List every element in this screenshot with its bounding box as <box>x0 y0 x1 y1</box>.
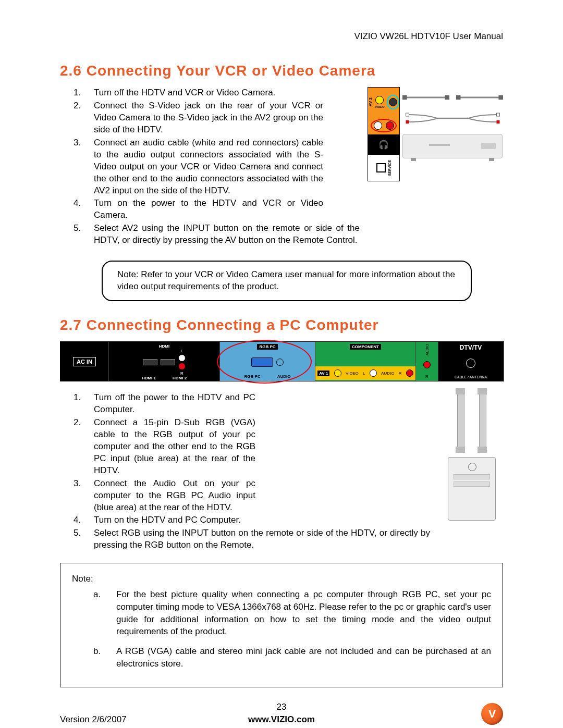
av1-l-label: L <box>363 371 365 376</box>
av2-label: AV 2 <box>368 97 373 106</box>
panel-rgb-pc: RGB PC RGB PC AUDIO <box>220 342 315 381</box>
pc-tower-icon <box>448 457 496 521</box>
side-connection-diagram: AV 2 VIDEO <box>368 87 503 248</box>
vcr-step-1: Turn off the HDTV and VCR or Video Camer… <box>83 87 360 99</box>
pc-note-list: For the best picture quality when connec… <box>72 588 491 670</box>
pc-step-5: Select RGB using the INPUT button on the… <box>83 527 430 551</box>
footer-url: www.VIZIO.com <box>248 714 315 725</box>
dtv-sub-label: CABLE / ANTENNA <box>455 375 487 379</box>
av1-r-label: R <box>399 371 402 376</box>
vcr-step-3: Connect an audio cable (white and red co… <box>83 137 323 197</box>
footer-version: Version 2/6/2007 <box>60 714 127 725</box>
svg-rect-2 <box>445 95 449 100</box>
pc-step-4: Turn on the HDTV and PC Computer. <box>83 514 255 526</box>
dtv-label: DTV/TV <box>442 344 500 351</box>
footer-page-number: 23 <box>248 702 315 712</box>
pc-content-block: Turn off the power to the HDTV and PC Co… <box>60 392 503 552</box>
pc-steps-text: Turn off the power to the HDTV and PC Co… <box>60 392 430 552</box>
av1-video-label: VIDEO <box>346 371 359 376</box>
panel-component: COMPONENT Y Pb/Cb Pr/Cr L AV 1 VIDEO L A… <box>315 342 416 381</box>
vcr-steps-text: Turn off the HDTV and VCR or Video Camer… <box>60 87 360 248</box>
panel-hdmi: HDMI L R HDMI 1 HDMI 2 <box>109 342 220 381</box>
pc-note-a: For the best picture quality when connec… <box>103 588 491 638</box>
av1-r-port <box>406 369 413 377</box>
audio-cable-split <box>402 108 503 129</box>
comp-r-port <box>423 361 431 368</box>
ac-in-label: AC IN <box>73 357 96 366</box>
vcr-note-box: Note: Refer to your VCR or Video Camera … <box>102 261 472 301</box>
pc-steps-list: Turn off the power to the HDTV and PC Co… <box>60 392 430 551</box>
svg-rect-6 <box>406 113 409 116</box>
pc-note-b: A RGB (VGA) cable and stereo mini jack c… <box>103 645 491 670</box>
video-port <box>375 96 384 104</box>
svg-rect-5 <box>498 95 503 100</box>
hdmi-audio-l: L <box>181 349 183 353</box>
vga-cable-icon <box>457 394 464 447</box>
rear-panel-diagram: AC IN HDMI L R HDMI 1 HDMI 2 <box>60 341 504 381</box>
panel-dtv: DTV/TV CABLE / ANTENNA <box>438 342 504 381</box>
panel-av1: AV 1 VIDEO L AUDIO R <box>315 366 415 380</box>
vcr-content-block: Turn off the HDTV and VCR or Video Camer… <box>60 87 503 248</box>
manual-page: VIZIO VW26L HDTV10F User Manual 2.6 Conn… <box>0 0 563 728</box>
audio-highlight-ring <box>371 119 397 132</box>
hdmi2-port <box>161 359 175 365</box>
pc-step-1: Turn off the power to the HDTV and PC Co… <box>83 392 255 416</box>
panel-ac-in: AC IN <box>60 342 109 381</box>
service-port <box>376 163 386 172</box>
svideo-port <box>389 98 397 106</box>
vcr-device-icon <box>402 134 503 158</box>
audio-cable-icon <box>479 394 486 447</box>
side-ports-strip: AV 2 VIDEO <box>368 87 400 181</box>
antenna-port <box>466 359 475 368</box>
hdmi1-port <box>143 359 157 365</box>
comp-audio-label: AUDIO <box>425 344 429 355</box>
svg-rect-1 <box>402 95 407 100</box>
vcr-step-4: Turn on the power to the HDTV and VCR or… <box>83 198 323 221</box>
svg-rect-10 <box>497 120 500 124</box>
svideo-highlight-ring <box>387 95 399 109</box>
vcr-steps-list: Turn off the HDTV and VCR or Video Camer… <box>60 87 360 246</box>
component-top-label: COMPONENT <box>350 344 381 350</box>
pc-step-3: Connect the Audio Out on your pc compute… <box>83 478 255 514</box>
vcr-step-2: Connect the S-Video jack on the rear of … <box>83 100 323 136</box>
pc-step-2: Connect a 15-pin D-Sub RGB (VGA) cable t… <box>83 417 255 477</box>
service-label: SERVICE <box>388 160 391 176</box>
hdmi-top-label: HDMI <box>112 344 216 349</box>
pc-note-intro: Note: <box>72 573 491 585</box>
pc-note-box: Note: For the best picture quality when … <box>60 563 503 687</box>
svg-rect-9 <box>497 113 500 116</box>
svg-rect-4 <box>456 95 461 100</box>
cables-and-device <box>402 87 503 181</box>
headphone-icon: 🎧 <box>378 140 389 150</box>
hdmi-r-port <box>178 363 186 370</box>
footer-center: 23 www.VIZIO.com <box>248 702 315 725</box>
audio-l-port <box>374 121 382 130</box>
page-footer: Version 2/6/2007 23 www.VIZIO.com V <box>60 703 503 725</box>
av1-label: AV 1 <box>317 371 329 376</box>
section-2-7-heading: 2.7 Connecting Connecting a PC Computer <box>60 317 503 334</box>
svg-rect-7 <box>406 120 409 124</box>
logo-letter: V <box>488 707 496 721</box>
av1-audio-label: AUDIO <box>381 371 394 376</box>
svideo-cable <box>402 87 503 108</box>
av1-l-port <box>370 369 377 377</box>
hdmi2-label: HDMI 2 <box>173 376 187 380</box>
pc-connection-diagram <box>440 392 503 552</box>
video-label: VIDEO <box>375 105 385 108</box>
vizio-logo-icon: V <box>481 703 503 725</box>
panel-component-audio-r: AUDIO R <box>416 342 438 381</box>
hdmi-l-port <box>178 354 186 362</box>
hdmi-audio-r: R <box>180 371 183 376</box>
rgb-highlight-oval <box>217 340 312 384</box>
hdmi1-label: HDMI 1 <box>142 376 156 380</box>
vcr-step-5: Select AV2 using the INPUT button on the… <box>83 223 360 246</box>
comp-r-label: R <box>425 374 429 379</box>
av1-video-port <box>334 369 341 377</box>
header-title: VIZIO VW26L HDTV10F User Manual <box>60 31 503 42</box>
audio-r-port <box>386 121 394 130</box>
section-2-6-heading: 2.6 Connecting Your VCR or Video Camera <box>60 63 503 79</box>
